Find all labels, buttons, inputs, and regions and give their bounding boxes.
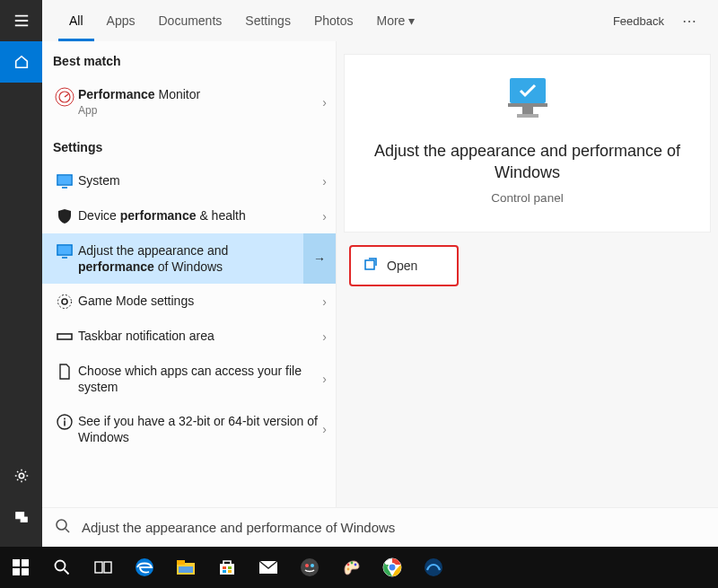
- chevron-down-icon: ▾: [408, 13, 415, 28]
- open-icon: [363, 257, 378, 274]
- monitor-icon: [53, 242, 76, 259]
- info-icon: [53, 413, 76, 430]
- tab-photos[interactable]: Photos: [303, 0, 364, 41]
- open-button[interactable]: Open: [349, 245, 459, 286]
- svg-rect-36: [228, 570, 232, 573]
- svg-rect-30: [177, 560, 185, 565]
- monitor-icon: [53, 172, 76, 189]
- file-explorer-icon[interactable]: [165, 547, 206, 588]
- svg-rect-2: [21, 517, 27, 522]
- svg-rect-14: [64, 421, 66, 426]
- svg-point-40: [311, 564, 314, 567]
- svg-point-41: [347, 564, 350, 566]
- preview-pane: Adjust the appearance and performance of…: [337, 41, 718, 507]
- section-settings: Settings: [42, 127, 336, 163]
- svg-point-25: [56, 561, 66, 571]
- svg-point-43: [355, 564, 357, 566]
- svg-rect-21: [13, 559, 20, 566]
- app-icon-1[interactable]: [289, 547, 330, 588]
- more-options-icon[interactable]: ⋯: [677, 13, 704, 30]
- svg-rect-18: [517, 114, 538, 118]
- svg-rect-16: [508, 103, 547, 107]
- preview-title: Adjust the appearance and performance of…: [368, 140, 687, 184]
- svg-rect-26: [95, 562, 102, 573]
- monitor-check-icon: [503, 75, 553, 124]
- setting-taskbar-notif[interactable]: Taskbar notification area ›: [42, 319, 336, 354]
- mail-icon[interactable]: [248, 547, 289, 588]
- home-icon[interactable]: [0, 41, 42, 83]
- setting-label: Game Mode settings: [76, 293, 327, 309]
- svg-point-13: [64, 418, 66, 420]
- svg-point-39: [305, 564, 309, 567]
- preview-card: Adjust the appearance and performance of…: [344, 54, 711, 233]
- filter-tabs: All Apps Documents Settings Photos More …: [42, 0, 718, 41]
- svg-rect-27: [104, 562, 111, 573]
- svg-rect-35: [223, 570, 226, 573]
- section-best-match: Best match: [42, 41, 336, 77]
- chevron-right-icon[interactable]: ›: [322, 209, 327, 224]
- tab-settings[interactable]: Settings: [234, 0, 302, 41]
- search-panel: All Apps Documents Settings Photos More …: [42, 0, 718, 547]
- svg-rect-17: [522, 107, 533, 114]
- shield-icon: [53, 207, 76, 224]
- svg-rect-8: [58, 246, 71, 254]
- setting-device-performance[interactable]: Device performance & health ›: [42, 198, 336, 233]
- svg-rect-19: [365, 260, 374, 269]
- edge-icon[interactable]: [124, 547, 165, 588]
- svg-point-0: [19, 473, 23, 478]
- svg-rect-23: [13, 568, 20, 575]
- setting-label: Device performance & health: [76, 207, 327, 224]
- cortana-sidebar: [0, 0, 42, 547]
- setting-32-64-bit[interactable]: See if you have a 32-bit or 64-bit versi…: [42, 404, 336, 454]
- chevron-right-icon[interactable]: ›: [322, 329, 327, 344]
- setting-system[interactable]: System ›: [42, 163, 336, 198]
- best-match-item[interactable]: Performance Monitor App ›: [42, 77, 336, 127]
- arrow-right-icon[interactable]: →: [303, 233, 336, 284]
- svg-rect-34: [228, 566, 232, 569]
- hamburger-icon[interactable]: [0, 0, 42, 41]
- taskbar: [0, 547, 718, 588]
- chevron-right-icon[interactable]: ›: [322, 95, 327, 110]
- svg-point-9: [62, 299, 67, 304]
- chevron-right-icon[interactable]: ›: [322, 422, 327, 436]
- results-list: Best match Performance Monitor App › Set…: [42, 41, 337, 507]
- svg-point-10: [58, 295, 72, 309]
- svg-point-20: [57, 520, 66, 530]
- setting-label: Choose which apps can access your file s…: [76, 363, 327, 395]
- search-button[interactable]: [41, 547, 83, 588]
- svg-point-38: [301, 558, 319, 576]
- start-button[interactable]: [0, 547, 41, 588]
- tab-apps[interactable]: Apps: [96, 0, 146, 41]
- setting-label: Adjust the appearance and performance of…: [76, 242, 327, 275]
- tab-documents[interactable]: Documents: [147, 0, 232, 41]
- search-icon: [55, 518, 71, 537]
- svg-point-42: [351, 562, 354, 565]
- svg-point-49: [425, 558, 442, 576]
- setting-game-mode[interactable]: Game Mode settings ›: [42, 284, 336, 319]
- gear-icon[interactable]: [0, 455, 42, 496]
- task-view-button[interactable]: [83, 547, 124, 588]
- perfmon-icon: [53, 86, 76, 107]
- svg-rect-11: [57, 334, 72, 339]
- chrome-icon[interactable]: [372, 547, 413, 588]
- app-icon-2[interactable]: [413, 547, 454, 588]
- chevron-right-icon[interactable]: ›: [322, 174, 327, 189]
- search-input-row[interactable]: Adjust the appearance and performance of…: [42, 507, 718, 547]
- chevron-right-icon[interactable]: ›: [322, 294, 327, 309]
- svg-rect-33: [223, 566, 226, 569]
- setting-adjust-appearance[interactable]: Adjust the appearance and performance of…: [42, 233, 336, 284]
- store-icon[interactable]: [206, 547, 248, 588]
- svg-rect-24: [22, 568, 29, 575]
- paint-icon[interactable]: [330, 547, 372, 588]
- tab-all[interactable]: All: [58, 0, 94, 41]
- tab-more[interactable]: More ▾: [365, 0, 425, 41]
- chevron-right-icon[interactable]: ›: [322, 372, 327, 386]
- document-icon: [53, 363, 76, 380]
- svg-rect-6: [58, 176, 71, 184]
- search-input[interactable]: Adjust the appearance and performance of…: [82, 520, 395, 535]
- feedback-icon[interactable]: [0, 496, 42, 538]
- feedback-link[interactable]: Feedback: [602, 14, 675, 28]
- setting-apps-filesystem[interactable]: Choose which apps can access your file s…: [42, 354, 336, 404]
- best-match-subtitle: App: [78, 102, 327, 118]
- svg-rect-32: [220, 564, 234, 575]
